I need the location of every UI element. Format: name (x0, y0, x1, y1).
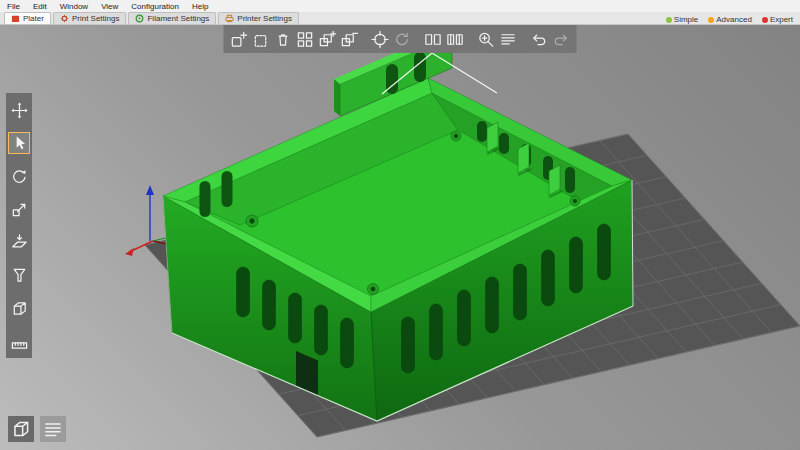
scene-canvas[interactable] (0, 25, 800, 450)
ruler-icon (10, 332, 29, 351)
x-axis-arrow-icon (125, 248, 134, 256)
move-tool-button[interactable] (8, 99, 30, 121)
advanced-dot-icon (708, 17, 714, 23)
funnel-icon (10, 266, 29, 285)
view-toggles (8, 416, 66, 442)
top-toolbar (224, 25, 577, 53)
mode-advanced-label: Advanced (716, 15, 752, 24)
mode-expert-label: Expert (770, 15, 793, 24)
copy-minus-icon (340, 30, 359, 49)
magnifier-icon (477, 30, 496, 49)
mode-expert[interactable]: Expert (762, 15, 793, 24)
tab-plater[interactable]: Plater (4, 12, 51, 24)
tab-printer-settings-label: Printer Settings (237, 14, 292, 23)
printer-icon (225, 14, 234, 23)
z-axis-arrow-icon (146, 185, 154, 195)
tab-print-settings[interactable]: Print Settings (53, 12, 127, 24)
mode-advanced[interactable]: Advanced (708, 15, 752, 24)
place-on-face-tool-button[interactable] (8, 231, 30, 253)
delete-button[interactable] (273, 28, 294, 50)
simple-dot-icon (666, 17, 672, 23)
expert-dot-icon (762, 17, 768, 23)
measure-tool-button[interactable] (8, 330, 30, 352)
3d-cube-icon (10, 418, 32, 440)
zoom-button[interactable] (476, 28, 497, 50)
scale-tool-button[interactable] (8, 198, 30, 220)
redo-button[interactable] (551, 28, 572, 50)
menu-edit[interactable]: Edit (33, 2, 47, 11)
split-to-objects-button[interactable] (423, 28, 444, 50)
add-cube-icon (230, 30, 249, 49)
split-objects-icon (424, 30, 443, 49)
move-arrows-icon (10, 101, 29, 120)
rotate-arrow-icon (393, 30, 412, 49)
dashed-cube-icon (252, 30, 271, 49)
mode-selector: Simple Advanced Expert (666, 15, 796, 24)
layers-stack-icon (42, 418, 64, 440)
undo-button[interactable] (529, 28, 550, 50)
filament-spool-icon (135, 14, 144, 23)
tab-print-settings-label: Print Settings (72, 14, 120, 23)
cube-icon (10, 299, 29, 318)
menu-view[interactable]: View (101, 2, 118, 11)
fill-tool-button[interactable] (8, 264, 30, 286)
slicer-window: File Edit Window View Configuration Help… (0, 0, 800, 450)
menu-help[interactable]: Help (192, 2, 208, 11)
add-button[interactable] (229, 28, 250, 50)
flatten-plane-icon (10, 233, 29, 252)
mode-simple[interactable]: Simple (666, 15, 698, 24)
split-parts-icon (446, 30, 465, 49)
rotate-circle-icon (10, 167, 29, 186)
remove-instance-button[interactable] (339, 28, 360, 50)
tab-plater-label: Plater (23, 14, 44, 23)
arrange-grid-icon (296, 30, 315, 49)
trash-icon (274, 30, 293, 49)
crosshair-circle-icon (371, 30, 390, 49)
tab-filament-settings[interactable]: Filament Settings (128, 12, 216, 24)
copy-plus-icon (318, 30, 337, 49)
add-part-button[interactable] (251, 28, 272, 50)
mode-simple-label: Simple (674, 15, 698, 24)
view-cube-tool-button[interactable] (8, 297, 30, 319)
layers-preview-button[interactable] (40, 416, 66, 442)
cursor-icon (10, 134, 29, 153)
plater-icon (11, 14, 20, 23)
rotate-tool-button[interactable] (8, 165, 30, 187)
split-to-parts-button[interactable] (445, 28, 466, 50)
menu-bar: File Edit Window View Configuration Help (0, 0, 800, 12)
gear-icon (60, 14, 69, 23)
menu-configuration[interactable]: Configuration (131, 2, 179, 11)
left-toolbar (6, 93, 32, 358)
add-instance-button[interactable] (317, 28, 338, 50)
redo-arrow-icon (552, 30, 571, 49)
rotate-button[interactable] (392, 28, 413, 50)
scale-arrow-icon (10, 200, 29, 219)
center-on-bed-button[interactable] (370, 28, 391, 50)
3d-editor-view-button[interactable] (8, 416, 34, 442)
tab-printer-settings[interactable]: Printer Settings (218, 12, 299, 24)
menu-window[interactable]: Window (60, 2, 88, 11)
select-tool-button[interactable] (8, 132, 30, 154)
tab-bar: Plater Print Settings Filament Settings … (0, 12, 800, 25)
layer-editing-button[interactable] (498, 28, 519, 50)
undo-arrow-icon (530, 30, 549, 49)
layers-icon (499, 30, 518, 49)
menu-file[interactable]: File (7, 2, 20, 11)
tab-filament-settings-label: Filament Settings (147, 14, 209, 23)
viewport-3d[interactable] (0, 25, 800, 450)
arrange-button[interactable] (295, 28, 316, 50)
